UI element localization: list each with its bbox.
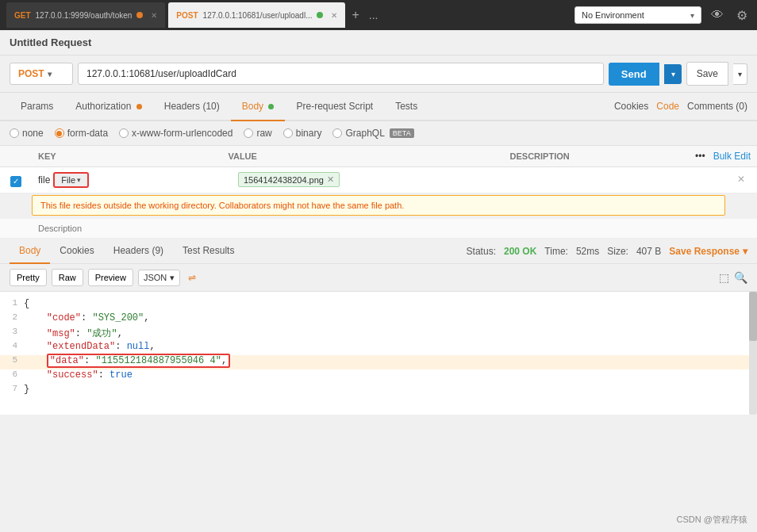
- file-tag: 1564142438204.png ✕: [238, 172, 340, 187]
- radio-graphql-circle: [332, 128, 342, 138]
- line-content-5: "data": "115512184887955046 4",: [24, 355, 757, 369]
- send-dropdown-button[interactable]: ▾: [664, 64, 682, 84]
- tab-tests[interactable]: Tests: [384, 93, 428, 121]
- radio-none-circle: [10, 128, 19, 138]
- tab-post[interactable]: POST 127.0.0.1:10681/user/uploadl... ✕: [168, 2, 345, 28]
- file-type-selector[interactable]: File ▾: [53, 172, 89, 188]
- line-num-5: 5: [0, 355, 24, 369]
- search-response-button[interactable]: 🔍: [734, 271, 747, 284]
- tab1-method: GET: [14, 11, 31, 20]
- tab-more-button[interactable]: ...: [366, 9, 382, 21]
- line-content-1: {: [24, 298, 757, 312]
- remove-row-button[interactable]: ✕: [725, 167, 757, 185]
- save-response-button[interactable]: Save Response ▾: [669, 246, 747, 257]
- format-preview-button[interactable]: Preview: [88, 269, 133, 286]
- code-link[interactable]: Code: [656, 93, 679, 120]
- th-value: VALUE: [221, 151, 503, 161]
- tab-get[interactable]: GET 127.0.0.1:9999/oauth/token ✕: [6, 2, 165, 28]
- beta-badge: BETA: [390, 128, 414, 138]
- response-code-area: 1 { 2 "code": "SYS_200", 3 "msg": "成功", …: [0, 292, 757, 415]
- eye-icon[interactable]: 👁: [708, 5, 727, 25]
- line-num-7: 7: [0, 384, 24, 398]
- line-content-6: "success": true: [24, 369, 757, 384]
- tab-add-button[interactable]: +: [348, 8, 362, 22]
- tab1-dot: [136, 12, 143, 18]
- description-row: [0, 219, 757, 239]
- radio-binary-label: binary: [296, 128, 322, 139]
- format-wrap-button[interactable]: ⇌: [185, 270, 199, 285]
- format-type-label: JSON: [144, 273, 167, 282]
- line-content-3: "msg": "成功",: [24, 327, 757, 341]
- line-num-2: 2: [0, 312, 24, 327]
- bulk-edit-button[interactable]: Bulk Edit: [713, 151, 751, 162]
- tab-params[interactable]: Params: [10, 93, 64, 121]
- tab-body-label: Body: [242, 101, 263, 112]
- radio-formdata-inner: [56, 131, 62, 136]
- line-content-2: "code": "SYS_200",: [24, 312, 757, 327]
- th-key: KEY: [32, 151, 221, 161]
- th-actions: ••• Bulk Edit: [694, 151, 757, 162]
- top-right-controls: No Environment ▾ 👁 ⚙: [574, 5, 751, 26]
- method-selector[interactable]: POST ▾: [10, 63, 73, 85]
- radio-none[interactable]: none: [10, 128, 44, 139]
- save-dropdown-button[interactable]: ▾: [733, 63, 747, 85]
- status-label: Status:: [467, 246, 496, 257]
- cookies-link[interactable]: Cookies: [614, 93, 648, 120]
- radio-raw[interactable]: raw: [244, 128, 271, 139]
- environment-selector[interactable]: No Environment ▾: [574, 6, 701, 24]
- line-num-6: 6: [0, 369, 24, 384]
- save-response-chevron-icon: ▾: [743, 246, 747, 257]
- radio-urlencoded-label: x-www-form-urlencoded: [132, 128, 232, 139]
- tab2-dot: [317, 12, 323, 18]
- tab-authorization[interactable]: Authorization: [64, 93, 152, 121]
- tab-headers[interactable]: Headers (10): [153, 93, 231, 121]
- tab-authorization-label: Authorization: [75, 101, 131, 112]
- radio-graphql[interactable]: GraphQL BETA: [332, 128, 413, 139]
- body-dot: [268, 104, 274, 109]
- method-chevron-icon: ▾: [48, 70, 52, 78]
- code-line-2: 2 "code": "SYS_200",: [0, 312, 757, 327]
- resp-tab-test-results[interactable]: Test Results: [173, 239, 244, 264]
- radio-binary[interactable]: binary: [283, 128, 322, 139]
- th-description: DESCRIPTION: [504, 151, 694, 161]
- radio-formdata[interactable]: form-data: [55, 128, 108, 139]
- tab-prerequest[interactable]: Pre-request Script: [285, 93, 384, 121]
- gear-icon[interactable]: ⚙: [733, 5, 751, 26]
- radio-graphql-label: GraphQL: [345, 128, 384, 139]
- file-badge-label: File: [61, 175, 75, 185]
- code-line-7: 7 }: [0, 384, 757, 398]
- vertical-scrollbar[interactable]: [749, 292, 757, 415]
- format-type-selector[interactable]: JSON ▾: [138, 270, 180, 286]
- tab-headers-label: Headers (10): [164, 101, 220, 112]
- remove-file-icon[interactable]: ✕: [327, 174, 334, 185]
- tab-body[interactable]: Body: [231, 93, 286, 121]
- radio-raw-circle: [244, 128, 253, 138]
- radio-urlencoded[interactable]: x-www-form-urlencoded: [119, 128, 232, 139]
- scrollbar-thumb[interactable]: [749, 292, 757, 341]
- method-label: POST: [18, 68, 44, 79]
- resp-tab-body[interactable]: Body: [10, 239, 50, 264]
- tab1-close[interactable]: ✕: [151, 11, 157, 20]
- resp-tab-headers[interactable]: Headers (9): [104, 239, 173, 264]
- time-value: 52ms: [576, 246, 599, 257]
- comments-link[interactable]: Comments (0): [687, 93, 747, 120]
- save-button[interactable]: Save: [686, 62, 728, 86]
- tab2-url: 127.0.0.1:10681/user/uploadl...: [203, 11, 313, 20]
- url-input[interactable]: [78, 63, 604, 85]
- send-button[interactable]: Send: [609, 63, 659, 86]
- table-header: KEY VALUE DESCRIPTION ••• Bulk Edit: [0, 146, 757, 167]
- td-description: [525, 167, 725, 177]
- format-type-chevron-icon: ▾: [170, 273, 175, 283]
- description-input[interactable]: [32, 219, 757, 238]
- key-text: file: [38, 174, 50, 186]
- radio-urlencoded-circle: [119, 128, 129, 138]
- format-raw-button[interactable]: Raw: [52, 269, 83, 286]
- row-checkbox[interactable]: ✓: [10, 176, 21, 187]
- tab-params-label: Params: [21, 101, 53, 112]
- format-pretty-button[interactable]: Pretty: [10, 269, 47, 286]
- request-title: Untitled Request: [0, 30, 757, 55]
- td-check: ✓: [0, 167, 32, 187]
- copy-response-button[interactable]: ⬚: [719, 271, 729, 284]
- tab2-close[interactable]: ✕: [331, 11, 337, 20]
- resp-tab-cookies[interactable]: Cookies: [50, 239, 103, 264]
